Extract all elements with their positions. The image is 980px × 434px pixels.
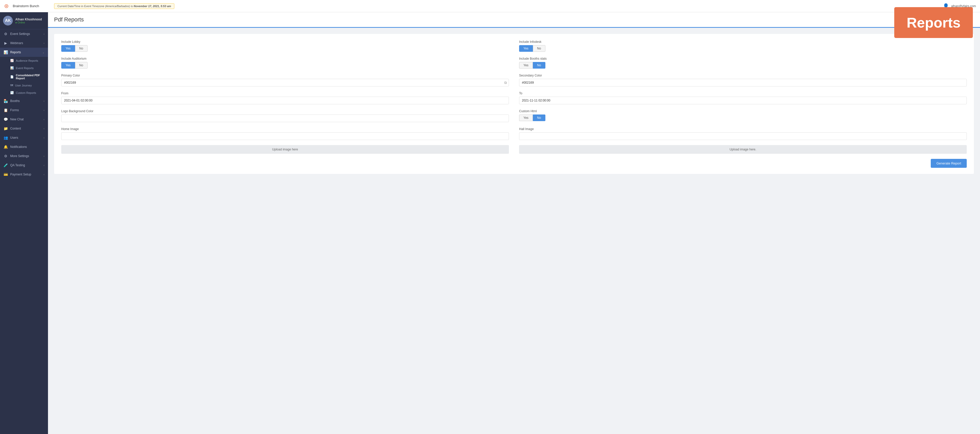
page-header: Pdf Reports: [48, 12, 980, 28]
audience-reports-icon: 📈: [10, 59, 14, 62]
notice-datetime: November 17, 2021, 5:53 am: [134, 5, 171, 8]
chevron-icon: ‹: [44, 155, 45, 158]
custom-html-label: Custom Html: [519, 109, 967, 113]
event-reports-icon: 📊: [10, 66, 14, 70]
booths-icon: 🏪: [3, 99, 8, 103]
home-image-group: Home Image: [61, 127, 509, 140]
sidebar-item-custom-reports[interactable]: 📉 Custom Reports: [0, 89, 48, 97]
webinars-label: Webinars: [10, 41, 23, 45]
webinars-icon: ▶: [3, 41, 8, 45]
event-notice: Current Date/Time in Event Timezone (Ame…: [54, 3, 174, 9]
hall-image-input[interactable]: [519, 132, 967, 140]
chevron-icon: ‹: [44, 164, 45, 167]
user-email: afnan@vfairs.com: [951, 4, 976, 8]
forms-icon: 📋: [3, 108, 8, 112]
user-info: Afnan Khushnood ● Online: [15, 17, 42, 24]
chevron-icon: ‹: [44, 42, 45, 44]
sidebar-item-payment-setup[interactable]: 💳Payment Setup ‹: [0, 170, 48, 179]
content-label: Content: [10, 127, 21, 130]
sidebar-item-webinars[interactable]: ▶Webinars ‹: [0, 38, 48, 48]
upload-hall-btn[interactable]: Upload image here.: [519, 145, 967, 154]
chevron-icon: ‹: [44, 173, 45, 176]
sidebar-item-reports[interactable]: 📊Reports ⌄: [0, 48, 48, 57]
include-lobby-no-btn[interactable]: No: [75, 45, 88, 52]
sidebar-item-audience-reports[interactable]: 📈 Audience Reports: [0, 57, 48, 64]
upload-home-btn[interactable]: Upload image here: [61, 145, 509, 154]
from-group: From: [61, 92, 509, 104]
reports-label: Reports: [10, 51, 21, 54]
notifications-icon: 🔔: [3, 145, 8, 149]
avatar: AK: [3, 16, 13, 25]
chevron-icon: ‹: [44, 136, 45, 139]
to-group: To: [519, 92, 967, 104]
sidebar-item-user-journey[interactable]: 🗺 User Journey: [0, 82, 48, 89]
primary-color-input[interactable]: [61, 79, 509, 86]
custom-html-yes-btn[interactable]: Yes: [519, 114, 533, 121]
primary-color-input-wrap: ⧉: [61, 79, 509, 86]
sidebar-item-qa-testing[interactable]: 🧪QA Testing ‹: [0, 161, 48, 170]
payment-setup-icon: 💳: [3, 173, 8, 176]
include-auditorium-no-btn[interactable]: No: [75, 62, 88, 68]
content-icon: 📁: [3, 127, 8, 131]
copy-icon[interactable]: ⧉: [504, 81, 507, 85]
include-booths-yes-btn[interactable]: Yes: [519, 62, 533, 68]
include-booths-no-btn[interactable]: No: [533, 62, 546, 68]
generate-report-btn[interactable]: Generate Report: [931, 159, 967, 168]
to-label: To: [519, 92, 967, 95]
sidebar-item-users[interactable]: 👥Users ‹: [0, 133, 48, 142]
notice-prefix: Current Date/Time in Event Timezone (Ame…: [57, 5, 133, 8]
event-settings-icon: ⚙: [3, 32, 8, 36]
qa-testing-icon: 🧪: [3, 163, 8, 167]
users-icon: 👥: [3, 136, 8, 140]
secondary-color-input[interactable]: [519, 79, 967, 86]
from-input[interactable]: [61, 97, 509, 104]
new-chat-label: New Chat: [10, 117, 24, 121]
user-journey-icon: 🗺: [10, 84, 13, 87]
home-image-input[interactable]: [61, 132, 509, 140]
brand: ⊛ Brainstorm Bunch: [4, 3, 50, 10]
logo-bg-color-input[interactable]: [61, 114, 509, 122]
sidebar-item-new-chat[interactable]: 💬New Chat ‹: [0, 115, 48, 124]
custom-reports-icon: 📉: [10, 91, 14, 94]
sidebar-item-booths[interactable]: 🏪Booths ‹: [0, 97, 48, 106]
sidebar-item-event-reports[interactable]: 📊 Event Reports: [0, 64, 48, 72]
chevron-icon: ‹: [44, 127, 45, 130]
include-infodesk-no-btn[interactable]: No: [533, 45, 546, 52]
sidebar-item-content[interactable]: 📁Content ‹: [0, 124, 48, 133]
consolidated-icon: 📄: [10, 75, 14, 79]
forms-label: Forms: [10, 108, 19, 112]
booths-label: Booths: [10, 99, 20, 103]
users-label: Users: [10, 136, 18, 139]
sidebar-item-event-settings[interactable]: ⚙Event Settings ‹: [0, 29, 48, 38]
topbar: ⊛ Brainstorm Bunch Current Date/Time in …: [0, 0, 980, 12]
user-icon: 👤: [943, 3, 949, 9]
event-settings-label: Event Settings: [10, 32, 30, 36]
include-lobby-yes-btn[interactable]: Yes: [61, 45, 75, 52]
secondary-color-label: Secondary Color: [519, 74, 967, 77]
include-infodesk-toggle: Yes No: [519, 45, 967, 52]
custom-html-no-btn[interactable]: No: [533, 114, 546, 121]
page-body: Include Lobby Yes No Include Infodesk Ye…: [48, 28, 980, 180]
user-journey-label: User Journey: [15, 84, 32, 87]
chevron-icon: ⌄: [42, 51, 45, 54]
include-lobby-group: Include Lobby Yes No: [61, 40, 509, 52]
include-infodesk-yes-btn[interactable]: Yes: [519, 45, 533, 52]
sidebar-item-consolidated-pdf-report[interactable]: 📄 Consolidated PDF Report: [0, 72, 48, 82]
sidebar-item-more-settings[interactable]: ⚙More Settings ‹: [0, 152, 48, 161]
new-chat-icon: 💬: [3, 117, 8, 121]
event-name: Brainstorm Bunch: [13, 4, 39, 8]
include-auditorium-yes-btn[interactable]: Yes: [61, 62, 75, 68]
main-content: Pdf Reports Include Lobby Yes No Include…: [48, 12, 980, 434]
pdf-report-form: Include Lobby Yes No Include Infodesk Ye…: [54, 34, 974, 174]
custom-html-group: Custom Html Yes No: [519, 109, 967, 122]
upload-hall-group: Upload image here.: [519, 145, 967, 154]
sidebar-item-notifications[interactable]: 🔔Notifications: [0, 142, 48, 152]
primary-color-group: Primary Color ⧉: [61, 74, 509, 86]
logo-bg-color-label: Logo Background Color: [61, 109, 509, 113]
qa-testing-label: QA Testing: [10, 163, 25, 167]
home-image-label: Home Image: [61, 127, 509, 131]
chevron-icon: ‹: [44, 109, 45, 112]
sidebar-item-forms[interactable]: 📋Forms ‹: [0, 106, 48, 115]
consolidated-label: Consolidated PDF Report: [16, 74, 45, 80]
to-input[interactable]: [519, 97, 967, 104]
